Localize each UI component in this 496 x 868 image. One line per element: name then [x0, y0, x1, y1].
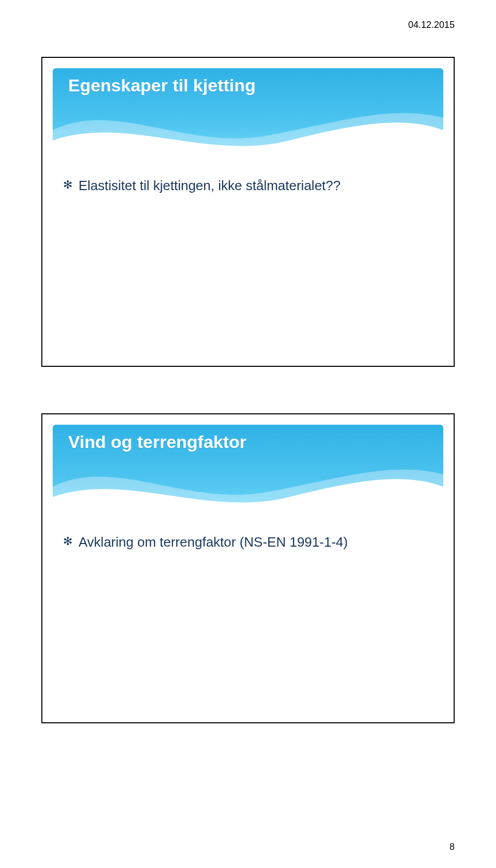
- slide-1-bullet-1: ✻ Elastisitet til kjettingen, ikke stålm…: [63, 177, 433, 195]
- slide-2-content: ✻ Avklaring om terrengfaktor (NS-EN 1991…: [63, 533, 433, 551]
- slide-1-content: ✻ Elastisitet til kjettingen, ikke stålm…: [63, 177, 433, 195]
- bullet-icon: ✻: [63, 533, 72, 550]
- bullet-text: Avklaring om terrengfaktor (NS-EN 1991-1…: [79, 533, 348, 551]
- header-date: 04.12.2015: [408, 20, 455, 30]
- bullet-icon: ✻: [63, 177, 72, 193]
- bullet-text: Elastisitet til kjettingen, ikke stålmat…: [79, 177, 340, 195]
- slide-2-bullet-1: ✻ Avklaring om terrengfaktor (NS-EN 1991…: [63, 533, 433, 551]
- slide-1: Egenskaper til kjetting ✻ Elastisitet ti…: [41, 57, 455, 367]
- slide-2: Vind og terrengfaktor ✻ Avklaring om ter…: [41, 413, 455, 723]
- slide-2-banner: Vind og terrengfaktor: [53, 425, 443, 513]
- slide-1-banner: Egenskaper til kjetting: [53, 68, 443, 156]
- slide-1-title: Egenskaper til kjetting: [68, 75, 428, 96]
- page-number: 8: [450, 842, 455, 853]
- slide-2-title: Vind og terrengfaktor: [68, 432, 428, 452]
- page: 04.12.2015 Egenskaper til kjetting ✻ Ela…: [0, 0, 496, 868]
